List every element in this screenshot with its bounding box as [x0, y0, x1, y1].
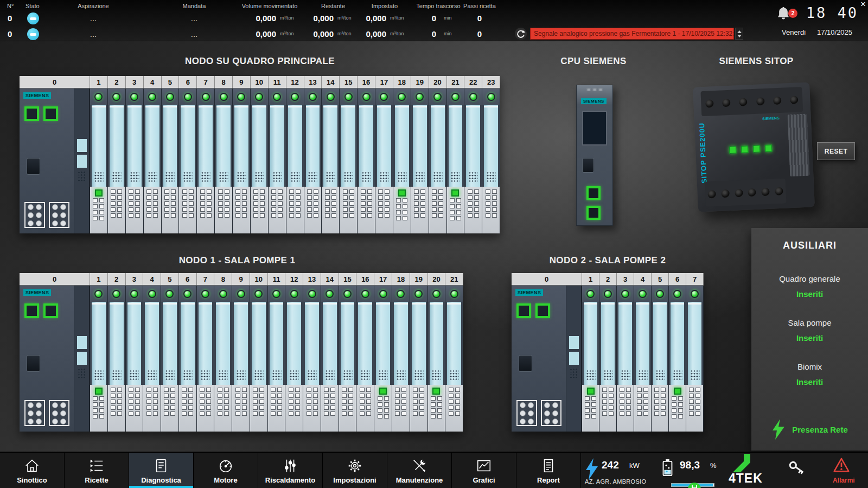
io-module [126, 88, 144, 233]
terminal-square [146, 213, 151, 218]
nav-impostazioni[interactable]: Impostazioni [323, 453, 387, 488]
terminal-area [215, 187, 232, 233]
rack-principale-title: NODO SU QUADRO PRINCIPALE [185, 56, 335, 67]
terminal-square [492, 207, 497, 212]
terminal-pair [342, 411, 353, 416]
status-toggle-icon[interactable] [27, 12, 39, 24]
aspirazione-value: ... [77, 27, 110, 41]
module-status [482, 88, 500, 105]
alarm-warning-icon[interactable] [832, 456, 851, 474]
module-body [234, 302, 248, 385]
connector-dots [78, 171, 86, 181]
terminal-circle [36, 419, 42, 424]
alarm-bell-icon[interactable]: 2 [776, 5, 794, 23]
terminal-circle [60, 204, 66, 210]
terminal-square [455, 411, 460, 416]
nav-motore[interactable]: Motore [194, 453, 258, 488]
nav-sinottico[interactable]: Sinottico [0, 453, 65, 488]
terminal-square [654, 394, 659, 398]
terminal-square [117, 405, 122, 410]
nav-grafici[interactable]: Grafici [452, 453, 516, 488]
channel-led-green [451, 189, 459, 197]
nav-manutenzione[interactable]: Manutenzione [387, 453, 452, 488]
nav-diagnostica[interactable]: Diagnostica [129, 453, 194, 488]
volume-unit: m³/ton [280, 31, 294, 36]
rack-slot-numbers: 0123456789101112131415161718192021 [20, 273, 463, 286]
terminal-square [206, 388, 211, 392]
alarm-scroll-down-icon[interactable] [737, 35, 742, 37]
terminal-circle [36, 204, 42, 210]
terminal-square [419, 394, 424, 398]
terminal-pair [289, 411, 300, 416]
alarms-label[interactable]: Allarmi [833, 477, 855, 484]
io-module [90, 286, 108, 432]
status-led-green [148, 290, 156, 298]
nav-riscaldamento[interactable]: Riscaldamento [258, 453, 323, 488]
slot-number: 12 [286, 76, 304, 88]
terminal-square [307, 195, 312, 200]
terminal-pair [654, 394, 666, 398]
connector-dots [237, 172, 246, 183]
nav-ricette[interactable]: Ricette [65, 453, 129, 488]
terminal-square [468, 189, 473, 194]
terminal-pair [235, 213, 247, 218]
battery-unit: % [710, 461, 717, 470]
terminal-square [164, 207, 169, 212]
terminal-pair [200, 388, 211, 392]
terminal-square [146, 189, 151, 194]
terminal-square [253, 213, 258, 218]
connector-dots [362, 172, 371, 183]
terminal-box [24, 400, 45, 426]
rack-nodo2-sala-pompe2: 01234567SIEMENS [512, 273, 704, 432]
nav-report[interactable]: Report [516, 453, 581, 488]
slot-number: 19 [410, 273, 428, 285]
module-body [252, 105, 266, 187]
module-status [162, 88, 179, 105]
terminal-pair [271, 201, 283, 206]
terminal-pair [343, 189, 354, 194]
terminal-square [295, 400, 300, 404]
alarm-scroll-up-icon[interactable] [737, 30, 742, 33]
terminal-pair [182, 405, 193, 410]
connector-dots [326, 172, 335, 183]
module-body [305, 302, 319, 385]
terminal-pair [449, 405, 460, 410]
connector-dots [469, 172, 478, 183]
terminal-pair [289, 189, 301, 194]
terminal-square [111, 195, 116, 200]
terminal-square [146, 388, 151, 392]
module-body [252, 302, 266, 385]
key-icon[interactable] [786, 457, 808, 479]
connector-dots [148, 172, 157, 183]
module-status [250, 286, 267, 302]
terminal-pair [360, 400, 371, 404]
terminal-pair [253, 189, 265, 194]
close-icon[interactable]: × [860, 0, 866, 10]
terminal-square [153, 213, 158, 218]
terminal-pair [182, 207, 194, 212]
active-alarm-message[interactable]: Segnale analogico pressione gas Fermenta… [530, 28, 734, 40]
terminal-square [135, 400, 140, 404]
terminal-pair [218, 405, 229, 410]
status-toggle-icon[interactable] [27, 28, 39, 40]
io-module [197, 286, 215, 432]
terminal-square [188, 394, 193, 398]
terminal-square [637, 411, 642, 416]
terminal-area [321, 385, 339, 432]
slot-number: 16 [356, 273, 374, 285]
io-module [303, 286, 321, 432]
alarm-refresh-icon[interactable] [514, 27, 527, 40]
terminal-square [164, 189, 169, 194]
terminal-square [431, 402, 436, 407]
reset-button[interactable]: RESET [817, 142, 855, 160]
terminal-square [367, 189, 372, 194]
terminal-pair [395, 405, 406, 410]
terminal-square [431, 396, 436, 401]
terminal-area [90, 187, 107, 233]
terminal-square [260, 195, 265, 200]
status-led-green [327, 93, 335, 101]
terminal-pair [200, 400, 211, 404]
col-header-restante: Restante [321, 3, 345, 9]
module-status [90, 88, 107, 105]
connector-dots [344, 172, 353, 183]
